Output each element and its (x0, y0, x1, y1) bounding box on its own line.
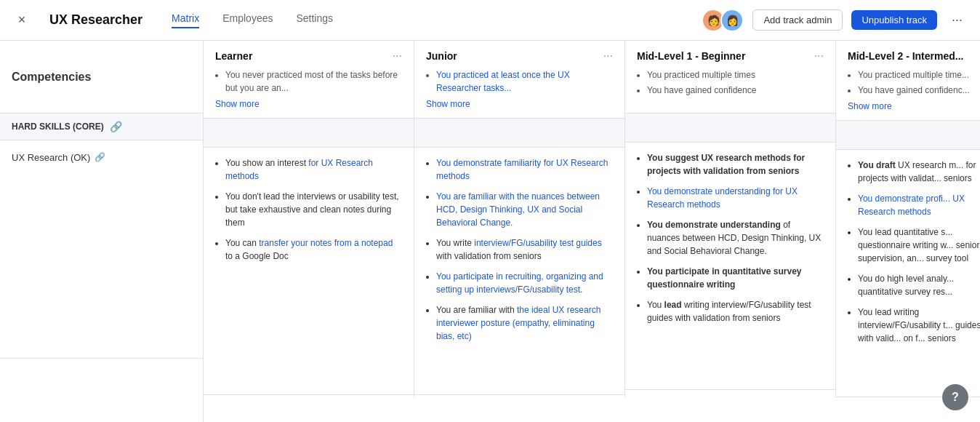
level-menu-mid1[interactable]: ··· (814, 49, 824, 63)
content-item: You participate in quantitative survey q… (647, 265, 824, 291)
hard-skills-spacer-mid1 (625, 114, 835, 143)
show-more-mid2[interactable]: Show more (848, 101, 980, 111)
ux-research-link-icon: 🔗 (95, 152, 105, 162)
level-menu-junior[interactable]: ··· (603, 49, 613, 63)
matrix-area: Learner ··· You never practiced most of … (204, 41, 980, 422)
level-column-mid2: Mid-Level 2 - Intermed... ··· You practi… (836, 41, 980, 397)
level-title-mid1: Mid-Level 1 - Beginner (637, 50, 745, 62)
hard-skills-label: HARD SKILLS (CORE) (12, 122, 104, 132)
hard-skills-spacer-learner (204, 119, 414, 148)
columns-wrapper: Learner ··· You never practiced most of … (204, 41, 980, 397)
content-item: You do high level analy... quantitative … (858, 272, 980, 298)
content-item: You suggest UX research methods for proj… (647, 151, 824, 178)
level-title-mid2: Mid-Level 2 - Intermed... (848, 50, 963, 62)
content-item: You participate in recruiting, organizin… (436, 270, 613, 296)
level-content-junior: You demonstrate familiarity for UX Resea… (414, 148, 624, 395)
level-desc-mid2: You practiced multiple time... You have … (848, 68, 980, 97)
content-item: You lead writing interview/FG/usability … (858, 306, 980, 345)
ux-research-row: UX Research (OK) 🔗 (0, 140, 203, 359)
level-desc-mid1: You practiced multiple times You have ga… (637, 68, 824, 97)
level-content-mid1: You suggest UX research methods for proj… (625, 143, 835, 390)
level-desc-item: You practiced multiple times (647, 68, 824, 81)
level-title-junior: Junior (426, 50, 457, 62)
content-item: You can transfer your notes from a notep… (225, 236, 402, 263)
content-item: You lead writing interview/FG/usability … (647, 298, 824, 325)
add-track-admin-button[interactable]: Add track admin (752, 9, 843, 31)
level-desc-item: You practiced multiple time... (858, 68, 980, 81)
content-item: You demonstrate understanding for UX Res… (647, 185, 824, 211)
avatar-2: 👩 (720, 9, 744, 32)
ux-research-label: UX Research (OK) (12, 152, 90, 163)
tab-employees[interactable]: Employees (222, 12, 273, 28)
content-item: You demonstrate familiarity for UX Resea… (436, 156, 613, 183)
content-item: You don't lead the interviews or usabili… (225, 190, 402, 229)
content-item: You draft UX research m... for projects … (858, 159, 980, 185)
link-icon: 🔗 (110, 121, 122, 132)
nav-tabs: Matrix Employees Settings (172, 12, 684, 28)
left-sidebar: Competencies HARD SKILLS (CORE) 🔗 UX Res… (0, 41, 204, 422)
header-actions: 🧑 👩 Add track admin Unpublish track ··· (702, 9, 968, 32)
app-header: × UX Researcher Matrix Employees Setting… (0, 0, 980, 41)
level-title-learner: Learner (215, 50, 252, 62)
hard-skills-spacer-junior (414, 119, 624, 148)
level-content-learner: You show an interest for UX Research met… (204, 148, 414, 395)
level-desc-item: You have gained confidence (647, 84, 824, 97)
content-item: You demonstrate understanding of nuances… (647, 218, 824, 258)
show-more-junior[interactable]: Show more (426, 99, 613, 109)
level-desc-learner: You never practiced most of the tasks be… (215, 68, 402, 95)
competencies-label: Competencies (12, 71, 91, 84)
track-title: UX Researcher (49, 12, 142, 28)
show-more-learner[interactable]: Show more (215, 99, 402, 109)
level-desc-item: You never practiced most of the tasks be… (225, 68, 402, 95)
close-button[interactable]: × (12, 10, 32, 31)
header-more-button[interactable]: ··· (946, 9, 968, 31)
content-item: You demonstrate profi... UX Research met… (858, 192, 980, 218)
content-item: You are familiar with the nuances betwee… (436, 190, 613, 229)
hard-skills-spacer-mid2 (836, 121, 980, 150)
unpublish-track-button[interactable]: Unpublish track (851, 10, 937, 30)
level-menu-learner[interactable]: ··· (393, 49, 402, 63)
level-desc-item: You practiced at least once the UX Resea… (436, 68, 613, 95)
level-header-mid2: Mid-Level 2 - Intermed... ··· You practi… (836, 41, 980, 121)
level-desc-item: You have gained confidenc... (858, 84, 980, 97)
content-item: You show an interest for UX Research met… (225, 156, 402, 183)
competencies-header: Competencies (0, 41, 203, 114)
level-header-mid1: Mid-Level 1 - Beginner ··· You practiced… (625, 41, 835, 114)
hard-skills-row: HARD SKILLS (CORE) 🔗 (0, 114, 203, 140)
level-column-learner: Learner ··· You never practiced most of … (204, 41, 414, 397)
content-item: You lead quantitative s... questionnaire… (858, 226, 980, 265)
help-button[interactable]: ? (942, 384, 968, 410)
main-layout: Competencies HARD SKILLS (CORE) 🔗 UX Res… (0, 41, 980, 422)
level-column-junior: Junior ··· You practiced at least once t… (414, 41, 625, 397)
level-column-mid1: Mid-Level 1 - Beginner ··· You practiced… (625, 41, 836, 397)
tab-settings[interactable]: Settings (296, 12, 333, 28)
avatar-group: 🧑 👩 (702, 9, 744, 32)
level-desc-junior: You practiced at least once the UX Resea… (426, 68, 613, 95)
content-item: You write interview/FG/usability test gu… (436, 236, 613, 263)
tab-matrix[interactable]: Matrix (172, 12, 199, 28)
level-header-learner: Learner ··· You never practiced most of … (204, 41, 414, 119)
level-content-mid2: You draft UX research m... for projects … (836, 150, 980, 397)
level-header-junior: Junior ··· You practiced at least once t… (414, 41, 624, 119)
content-item: You are familiar with the ideal UX resea… (436, 303, 613, 343)
